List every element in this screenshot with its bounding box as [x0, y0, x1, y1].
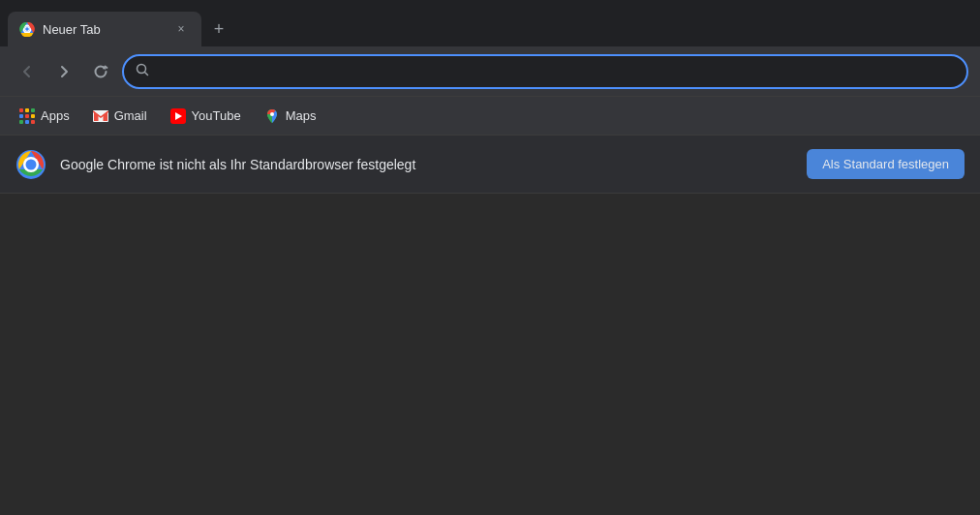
youtube-icon [170, 108, 186, 124]
back-button[interactable] [12, 56, 43, 87]
set-default-button[interactable]: Als Standard festlegen [807, 149, 965, 179]
toolbar [0, 46, 980, 97]
bookmark-maps[interactable]: Maps [255, 105, 326, 128]
title-bar: Neuer Tab × + [0, 0, 980, 46]
search-icon [136, 63, 149, 79]
back-icon [19, 64, 35, 79]
tab-close-button[interactable]: × [172, 20, 190, 38]
tab-favicon [19, 21, 35, 37]
notification-bar: Google Chrome ist nicht als Ihr Standard… [0, 136, 980, 194]
omnibox[interactable] [122, 54, 968, 89]
bookmark-apps[interactable]: Apps [10, 105, 79, 128]
reload-button[interactable] [85, 56, 116, 87]
bookmark-apps-label: Apps [41, 108, 70, 123]
gmail-icon [93, 108, 108, 124]
notification-message: Google Chrome ist nicht als Ihr Standard… [60, 157, 793, 172]
active-tab[interactable]: Neuer Tab × [8, 12, 201, 46]
forward-button[interactable] [48, 56, 79, 87]
reload-icon [93, 64, 108, 79]
bookmark-youtube-label: YouTube [192, 108, 241, 123]
apps-grid-icon [19, 108, 35, 124]
bookmark-youtube[interactable]: YouTube [161, 105, 251, 128]
bookmark-gmail-label: Gmail [114, 108, 147, 123]
tab-title: Neuer Tab [43, 22, 165, 37]
bookmarks-bar: Apps Gmail YouTube Maps [0, 97, 980, 136]
chrome-logo [15, 149, 46, 180]
bookmark-maps-label: Maps [286, 108, 317, 123]
svg-point-8 [270, 112, 274, 116]
main-content [0, 194, 980, 515]
bookmark-gmail[interactable]: Gmail [83, 105, 157, 128]
search-input[interactable] [157, 64, 955, 79]
forward-icon [56, 64, 72, 79]
svg-point-11 [26, 159, 37, 169]
new-tab-button[interactable]: + [205, 15, 232, 43]
maps-icon [264, 108, 280, 124]
svg-point-4 [25, 27, 29, 31]
